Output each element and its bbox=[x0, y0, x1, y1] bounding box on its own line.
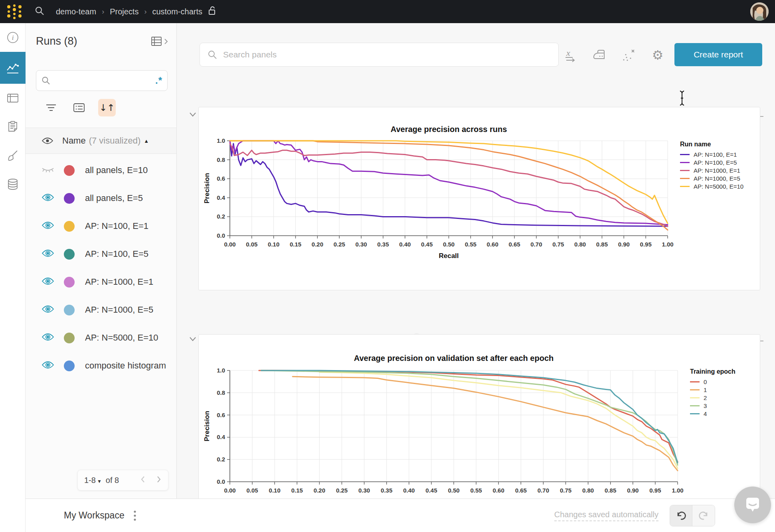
rail-item-notes[interactable] bbox=[0, 112, 26, 141]
legend-swatch bbox=[680, 162, 690, 163]
svg-text:0.00: 0.00 bbox=[224, 241, 235, 248]
runs-name-column-header[interactable]: Name (7 visualized) ▲ bbox=[26, 128, 176, 154]
rail-item-charts[interactable] bbox=[0, 52, 26, 84]
eye-open-icon bbox=[42, 221, 54, 230]
legend-swatch bbox=[680, 178, 690, 179]
workspace-settings-button[interactable]: ⚙ bbox=[649, 47, 666, 63]
outliers-settings-button[interactable] bbox=[621, 47, 637, 63]
chevron-down-icon bbox=[189, 336, 197, 342]
svg-text:x: x bbox=[566, 48, 570, 58]
panel-search-box[interactable] bbox=[200, 43, 559, 67]
user-avatar[interactable] bbox=[750, 2, 769, 21]
wandb-logo-icon[interactable] bbox=[6, 4, 24, 20]
redo-button[interactable] bbox=[692, 505, 715, 526]
legend-swatch bbox=[690, 413, 700, 414]
artifacts-icon bbox=[6, 177, 20, 191]
run-row[interactable]: AP: N=100, E=5 bbox=[26, 240, 176, 268]
run-name-label: all panels, E=10 bbox=[85, 165, 148, 175]
legend-label: 4 bbox=[704, 410, 707, 417]
rail-item-tables[interactable] bbox=[0, 84, 26, 112]
svg-text:0.35: 0.35 bbox=[377, 241, 389, 248]
autosave-status: Changes saved automatically bbox=[554, 510, 658, 521]
regex-toggle-icon[interactable]: .* bbox=[155, 75, 162, 86]
svg-text:0.70: 0.70 bbox=[538, 487, 549, 494]
svg-text:0.95: 0.95 bbox=[640, 241, 652, 248]
runs-search-box[interactable]: .* bbox=[36, 70, 168, 91]
svg-text:0.65: 0.65 bbox=[508, 241, 520, 248]
smoothing-settings-button[interactable] bbox=[592, 47, 609, 63]
run-row[interactable]: composite histogram bbox=[26, 352, 176, 380]
page-range-selector[interactable]: 1-8 bbox=[84, 476, 96, 485]
next-page-button[interactable] bbox=[156, 475, 162, 485]
redo-icon bbox=[698, 510, 709, 521]
bottom-bar: My Workspace Changes saved automatically bbox=[26, 499, 775, 532]
eye-open-icon bbox=[42, 333, 54, 341]
eye-closed-icon bbox=[42, 165, 54, 174]
page-size-caret-icon[interactable]: ▼ bbox=[97, 479, 102, 484]
panel-card-average-precision-across-runs[interactable]: 0.000.050.100.150.200.250.300.350.400.45… bbox=[198, 107, 760, 290]
run-visibility-toggle[interactable] bbox=[42, 165, 54, 175]
run-visibility-toggle[interactable] bbox=[42, 249, 54, 259]
run-visibility-toggle[interactable] bbox=[42, 193, 54, 203]
workspace-name[interactable]: My Workspace bbox=[64, 510, 125, 521]
run-color-dot bbox=[64, 305, 75, 315]
rail-item-artifacts[interactable] bbox=[0, 170, 26, 199]
svg-text:i: i bbox=[12, 34, 14, 41]
run-row[interactable]: AP: N=1000, E=5 bbox=[26, 296, 176, 324]
name-column-label: Name bbox=[62, 136, 86, 146]
svg-text:0.6: 0.6 bbox=[217, 175, 225, 182]
collapse-section-button[interactable] bbox=[189, 336, 197, 343]
smoothing-iron-icon bbox=[592, 48, 608, 62]
rail-item-sweeps[interactable] bbox=[0, 141, 26, 170]
run-visibility-toggle[interactable] bbox=[42, 361, 54, 371]
breadcrumb-separator: › bbox=[102, 8, 104, 16]
svg-text:0.45: 0.45 bbox=[421, 241, 433, 248]
chevron-right-icon bbox=[164, 38, 168, 45]
undo-button[interactable] bbox=[670, 505, 692, 526]
breadcrumb-team[interactable]: demo-team bbox=[56, 7, 96, 16]
run-color-dot bbox=[64, 165, 75, 176]
legend-swatch bbox=[680, 170, 690, 171]
run-row[interactable]: AP: N=1000, E=1 bbox=[26, 268, 176, 296]
legend-swatch bbox=[690, 389, 700, 390]
support-chat-button[interactable] bbox=[734, 487, 771, 523]
sort-ascending-indicator: ▲ bbox=[144, 138, 149, 144]
svg-text:0.6: 0.6 bbox=[217, 412, 225, 418]
global-search-icon[interactable] bbox=[34, 6, 45, 18]
run-visibility-toggle[interactable] bbox=[42, 277, 54, 287]
run-row[interactable]: AP: N=5000, E=10 bbox=[26, 324, 176, 352]
run-color-dot bbox=[64, 361, 75, 371]
create-report-button[interactable]: Create report bbox=[674, 43, 762, 66]
svg-text:0.40: 0.40 bbox=[403, 487, 415, 494]
svg-text:1.00: 1.00 bbox=[662, 241, 673, 248]
legend-label: AP: N=100, E=5 bbox=[694, 159, 737, 166]
rail-item-overview[interactable]: i bbox=[0, 23, 26, 52]
x-axis-settings-button[interactable]: x bbox=[563, 47, 580, 63]
breadcrumb-project-name[interactable]: custom-charts bbox=[152, 7, 202, 16]
run-row[interactable]: all panels, E=10 bbox=[26, 156, 176, 184]
sort-runs-button[interactable]: ↓↑ bbox=[98, 99, 116, 116]
run-visibility-toggle[interactable] bbox=[42, 333, 54, 343]
runs-search-input[interactable] bbox=[55, 76, 155, 85]
panel-search-input[interactable] bbox=[223, 50, 551, 59]
group-runs-button[interactable] bbox=[70, 99, 88, 116]
prev-page-button[interactable] bbox=[140, 475, 146, 485]
legend-entry: 3 bbox=[690, 402, 735, 409]
run-visibility-toggle[interactable] bbox=[42, 221, 54, 231]
chart-title: Average precision across runs bbox=[391, 125, 507, 134]
list-icon bbox=[73, 103, 85, 112]
expand-runs-table-button[interactable] bbox=[151, 36, 168, 47]
workspace-menu-button[interactable] bbox=[133, 510, 136, 522]
run-row[interactable]: AP: N=100, E=1 bbox=[26, 212, 176, 240]
run-visibility-toggle[interactable] bbox=[42, 305, 54, 315]
breadcrumb-projects[interactable]: Projects bbox=[110, 7, 138, 16]
notes-icon bbox=[6, 120, 20, 134]
filter-runs-button[interactable] bbox=[42, 99, 60, 116]
collapse-section-button[interactable] bbox=[189, 112, 197, 119]
chevron-left-icon bbox=[140, 475, 146, 483]
legend-label: AP: N=1000, E=5 bbox=[694, 175, 740, 182]
run-name-label: AP: N=100, E=1 bbox=[85, 221, 148, 231]
svg-text:1.00: 1.00 bbox=[672, 487, 683, 494]
run-row[interactable]: all panels, E=5 bbox=[26, 184, 176, 212]
chat-icon bbox=[744, 496, 761, 514]
